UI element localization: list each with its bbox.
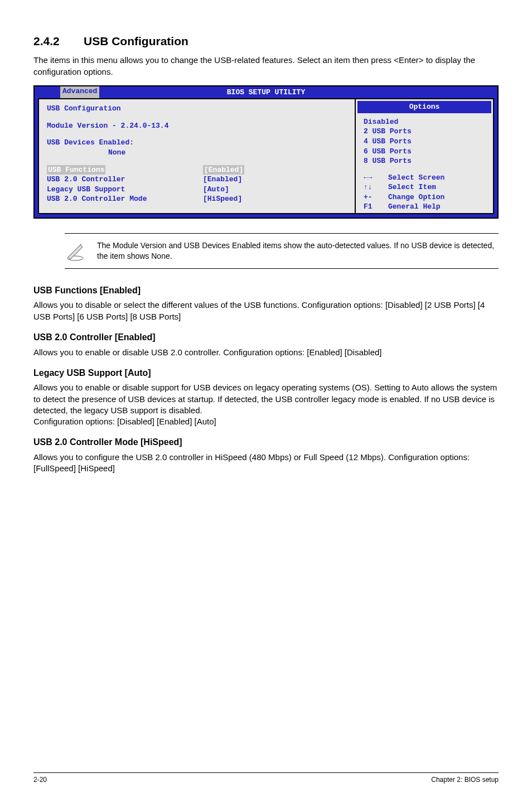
bios-right-panel: Options Disabled 2 USB Ports 4 USB Ports…	[355, 98, 494, 214]
subsection-body: Allows you to disable or select the diff…	[33, 299, 499, 322]
section-heading: 2.4.2USB Configuration	[33, 33, 499, 49]
subsection-body: Allows you to configure the USB 2.0 cont…	[33, 452, 499, 475]
bios-nav-label: Select Screen	[388, 173, 444, 182]
bios-row-value: [Enabled]	[203, 175, 242, 185]
note-text: The Module Version and USB Devices Enabl…	[89, 240, 499, 262]
bios-row-label: USB 2.0 Controller	[47, 175, 203, 185]
section-title-text: USB Configuration	[84, 35, 188, 47]
pencil-icon	[65, 240, 89, 262]
bios-option: 4 USB Ports	[364, 137, 485, 147]
bios-tab-advanced: Advanced	[60, 86, 99, 99]
bios-nav-label: Select Item	[388, 183, 436, 191]
bios-row-usb20-mode: USB 2.0 Controller Mode [HiSpeed]	[47, 194, 347, 204]
bios-row-label: Legacy USB Support	[47, 185, 203, 195]
subsection-heading: USB 2.0 Controller [Enabled]	[33, 331, 499, 344]
bios-devices-enabled: USB Devices Enabled:	[47, 138, 347, 148]
subsection-heading: USB Functions [Enabled]	[33, 284, 499, 297]
bios-right-title: Options	[357, 101, 491, 113]
bios-left-title: USB Configuration	[47, 104, 347, 114]
note-block: The Module Version and USB Devices Enabl…	[65, 233, 499, 269]
subsection-body: Allows you to enable or disable support …	[33, 382, 499, 427]
bios-screenshot: BIOS SETUP UTILITY Advanced USB Configur…	[33, 85, 499, 219]
bios-setup-title: BIOS SETUP UTILITY	[227, 88, 305, 96]
footer-page-number: 2-20	[33, 775, 47, 784]
bios-option: 2 USB Ports	[364, 127, 485, 137]
intro-paragraph: The items in this menu allows you to cha…	[33, 55, 499, 78]
bios-body: USB Configuration Module Version - 2.24.…	[35, 98, 497, 217]
bios-row-usb20-controller: USB 2.0 Controller [Enabled]	[47, 175, 347, 185]
bios-row-usb-functions: USB Functions [Enabled]	[47, 165, 347, 175]
bios-row-value: [HiSpeed]	[203, 194, 242, 204]
bios-nav-key: F1	[364, 202, 388, 212]
bios-option: Disabled	[364, 117, 485, 127]
bios-option: 6 USB Ports	[364, 147, 485, 157]
bios-nav-help: ←→Select Screen ↑↓Select Item +-Change O…	[356, 172, 493, 212]
subsection-heading: USB 2.0 Controller Mode [HiSpeed]	[33, 436, 499, 448]
bios-nav-key: ↑↓	[364, 182, 388, 192]
bios-option: 8 USB Ports	[364, 156, 485, 166]
bios-options-list: Disabled 2 USB Ports 4 USB Ports 6 USB P…	[356, 115, 493, 172]
section-number: 2.4.2	[33, 33, 84, 49]
bios-header: BIOS SETUP UTILITY Advanced	[35, 86, 497, 99]
subsection-heading: Legacy USB Support [Auto]	[33, 367, 499, 379]
svg-marker-1	[68, 245, 83, 259]
bios-row-label: USB 2.0 Controller Mode	[47, 194, 203, 204]
bios-devices-none: None	[47, 148, 347, 158]
bios-nav-label: General Help	[388, 202, 441, 211]
subsection-body: Allows you to enable or disable USB 2.0 …	[33, 347, 499, 358]
bios-row-legacy-usb: Legacy USB Support [Auto]	[47, 185, 347, 195]
bios-nav-key: ←→	[364, 173, 388, 183]
bios-left-panel: USB Configuration Module Version - 2.24.…	[38, 98, 355, 214]
bios-nav-key: +-	[364, 192, 388, 202]
page-footer: 2-20 Chapter 2: BIOS setup	[33, 772, 499, 784]
bios-row-value: [Auto]	[203, 185, 229, 195]
bios-nav-label: Change Option	[388, 193, 444, 201]
footer-chapter: Chapter 2: BIOS setup	[431, 775, 499, 784]
bios-row-value: [Enabled]	[203, 165, 244, 175]
bios-module-version: Module Version - 2.24.0-13.4	[47, 121, 347, 131]
bios-row-label: USB Functions	[47, 165, 105, 175]
